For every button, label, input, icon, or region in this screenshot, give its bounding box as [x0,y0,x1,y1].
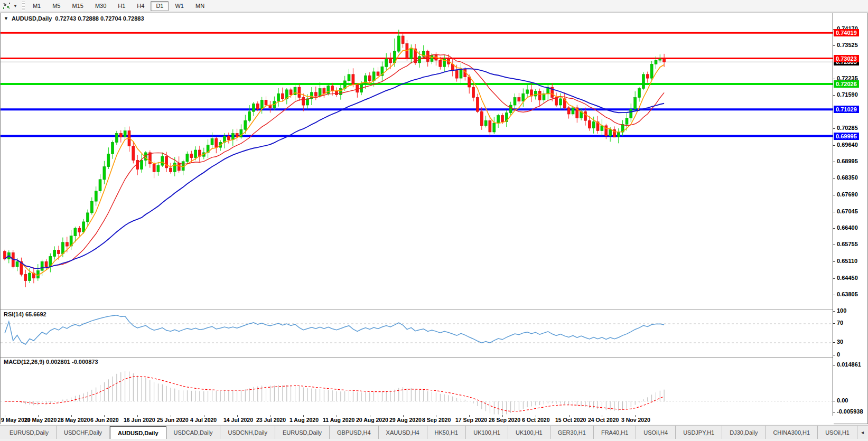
hlines-layer [1,33,834,136]
axis-tick-label: 0.014861 [837,361,861,368]
axis-tick-mark [833,212,835,212]
axis-tick-mark [833,45,835,46]
axis-tick-mark [833,401,835,401]
axis-tick-mark [833,128,835,129]
date-axis[interactable]: 9 May 202019 May 202028 May 20206 Jun 20… [1,416,834,425]
timeframe-button-h1[interactable]: H1 [113,1,130,11]
timeframe-button-m1[interactable]: M1 [27,1,46,11]
date-label: 28 May 2020 [58,417,90,423]
axis-tick-label: -0.005938 [837,408,863,415]
chart-tab-bar: EURUSD,DailyUSDCHF,DailyAUDUSD,DailyUSDC… [0,425,868,439]
axis-tick-label: 0.65755 [837,241,858,247]
chart-tab-usdcad-daily[interactable]: USDCAD,Daily [166,426,221,439]
chart-tab-usoil-h1[interactable]: USOil,H1 [818,426,857,439]
chart-tab-eurusd-daily[interactable]: EURUSD,Daily [275,426,330,439]
timeframe-buttons-group: M1M5M15M30H1H4D1W1MN [27,1,210,11]
axis-tick-mark [833,195,835,195]
trading-app-window: ▼ M1M5M15M30H1H4D1W1MN ▼ AUDUSD,Daily 0.… [0,0,868,441]
date-label: 25 Jun 2020 [157,417,189,423]
axis-tick-mark [833,355,835,355]
axis-tick-label: 70 [837,320,843,326]
chart-tab-dj30-daily[interactable]: DJ30,Daily [722,426,766,439]
toolbar-dropdown-caret-icon[interactable]: ▼ [13,4,17,8]
price-pane-chart[interactable] [1,13,834,309]
axis-tick-mark [833,278,835,279]
toolbar-grip-handle[interactable] [22,2,25,11]
date-label: 3 Nov 2020 [621,417,650,423]
tab-scroll-left-icon[interactable]: ◂ [857,426,867,439]
chart-tab-uk100-h1[interactable]: UK100,H1 [508,426,550,439]
axis-tick-mark [833,162,835,162]
axis-tick-label: 0.67690 [837,191,858,198]
price-line-badge: 0.71029 [834,106,859,113]
chart-plot-stack: ▼ AUDUSD,Daily 0.72743 0.72888 0.72704 0… [1,13,867,424]
macd-pane-chart[interactable] [1,357,834,415]
date-label: 26 Sep 2020 [489,417,520,423]
chart-tab-gbpusd-h4[interactable]: GBPUSD,H4 [330,426,379,439]
date-label: 14 Jul 2020 [223,417,253,423]
timeframe-button-m30[interactable]: M30 [90,1,111,11]
date-label: 29 Aug 2020 [389,417,422,423]
axis-tick-label: 0.71590 [837,91,858,98]
date-label: 17 Sep 2020 [455,417,487,423]
chart-tab-fra40-h1[interactable]: FRA40,H1 [594,426,636,439]
chart-tab-xauusd-h4[interactable]: XAUUSD,H4 [379,426,427,439]
axis-tick-mark [833,228,835,229]
timeframe-button-w1[interactable]: W1 [170,1,189,11]
rsi-pane-chart[interactable] [1,309,834,356]
date-label: 19 May 2020 [24,417,57,423]
axis-tick-mark [833,178,835,179]
rsi-indicator-label: RSI(14) 65.6692 [4,311,46,317]
rsi-line [5,315,664,344]
price-line-badge: 0.74019 [834,29,859,36]
chart-tab-eurusd-daily[interactable]: EURUSD,Daily [2,426,57,439]
axis-tick-label: 30 [837,339,843,345]
date-label: 20 Aug 2020 [356,417,388,423]
axis-tick-mark [833,365,835,365]
date-label: 6 Jun 2020 [90,417,119,423]
candles-layer [4,30,666,287]
timeframe-button-h4[interactable]: H4 [132,1,150,11]
chart-title: ▼ AUDUSD,Daily 0.72743 0.72888 0.72704 0… [4,15,144,22]
chart-ohlc-values: 0.72743 0.72888 0.72704 0.72883 [55,15,144,22]
axis-tick-label: 0.63805 [837,291,858,297]
chart-tab-usoil-h4[interactable]: USOil,H4 [636,426,676,439]
chart-tab-uk100-h1[interactable]: UK100,H1 [466,426,508,439]
axis-tick-mark [833,261,835,262]
rsi-levels [1,324,834,343]
chart-tab-audusd-daily[interactable]: AUDUSD,Daily [110,426,166,439]
axis-tick-mark [833,295,835,295]
axis-tick-mark [833,145,835,146]
chart-tab-china300-h1[interactable]: CHINA300,H1 [766,426,818,439]
macd-signal-line [5,377,664,411]
chart-title-caret-icon[interactable]: ▼ [4,16,8,21]
axis-tick-label: 0.70285 [837,125,858,131]
axis-tick-mark [833,342,835,343]
timeframe-button-mn[interactable]: MN [190,1,210,11]
axis-tick-label: 0.67045 [837,208,858,214]
price-line-badge: 0.73023 [834,55,859,62]
axis-tick-label: 0 [837,351,840,358]
date-label: 15 Oct 2020 [555,417,586,423]
timeframe-button-m15[interactable]: M15 [67,1,88,11]
axis-tick-label: 100 [837,307,846,314]
axis-tick-label: 0.64450 [837,275,858,281]
price-axis[interactable]: 0.741700.735250.722350.715900.702850.696… [833,13,867,416]
chart-periods-icon[interactable] [2,2,12,11]
macd-indicator-label: MACD(12,26,9) 0.002801 -0.000873 [4,359,98,365]
chart-tab-usdjpy-h1[interactable]: USDJPY,H1 [676,426,722,439]
chart-tab-usdchf-daily[interactable]: USDCHF,Daily [57,426,110,439]
axis-tick-mark [833,323,835,324]
ma-line-13 [5,54,664,268]
chart-tab-ger30-h1[interactable]: GER30,H1 [550,426,594,439]
axis-tick-mark [833,412,835,412]
timeframe-button-d1[interactable]: D1 [151,1,169,11]
chart-tab-hk50-h1[interactable]: HK50,H1 [427,426,466,439]
date-label: 24 Oct 2020 [588,417,619,423]
date-label: 6 Oct 2020 [522,417,550,423]
axis-tick-mark [833,311,835,312]
chart-tab-usdcnh-daily[interactable]: USDCNH,Daily [220,426,275,439]
timeframe-button-m5[interactable]: M5 [47,1,66,11]
axis-tick-label: 0.73525 [837,42,858,48]
chart-periods-icon-glyph [3,2,11,10]
